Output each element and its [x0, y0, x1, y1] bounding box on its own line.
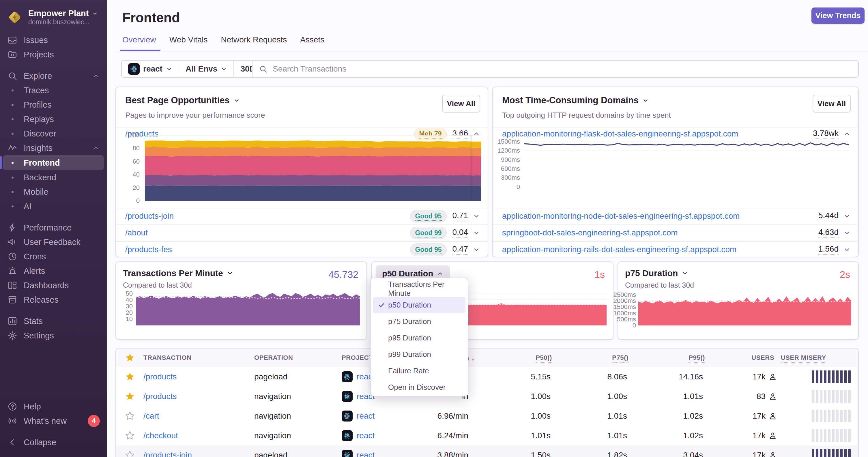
project-cell[interactable]: react — [342, 387, 375, 406]
sidebar-item-dashboards[interactable]: Dashboards — [0, 278, 107, 293]
sidebar-item-frontend[interactable]: Frontend — [3, 155, 104, 170]
column-header-user-misery[interactable]: USER MISERY — [781, 349, 826, 367]
menu-item-transactions-per-minute[interactable]: Transactions Per Minute — [371, 281, 468, 297]
transaction-link[interactable]: /products — [144, 367, 177, 387]
react-icon — [342, 430, 352, 441]
menu-item-p95-duration[interactable]: p95 Duration — [371, 330, 468, 346]
sidebar-item-projects[interactable]: Projects — [0, 47, 107, 62]
domain-link[interactable]: application-monitoring-node-dot-sales-en… — [502, 211, 818, 221]
domain-link[interactable]: application-monitoring-flask-dot-sales-e… — [502, 129, 813, 138]
domain-link[interactable]: application-monitoring-rails-dot-sales-e… — [502, 245, 818, 254]
sidebar-item-what-s-new[interactable]: What's new4 — [0, 414, 107, 428]
sidebar-item-discover[interactable]: Discover — [0, 126, 107, 141]
sidebar-item-help[interactable]: Help — [0, 399, 107, 414]
bullet-icon — [7, 162, 17, 164]
settings-icon — [7, 331, 17, 340]
column-header-users[interactable]: USERS — [751, 349, 774, 367]
column-header-star[interactable] — [125, 349, 135, 367]
sidebar-item-label: Projects — [24, 50, 100, 59]
time-consuming-domains-panel: Most Time-Consuming Domains Top outgoing… — [492, 87, 859, 257]
p75-title-dropdown[interactable]: p75 Duration — [625, 268, 688, 278]
chevron-down-icon[interactable] — [473, 213, 480, 220]
column-header-project[interactable]: PROJECT — [342, 349, 373, 367]
table-row: /productsnavigationreactin1.00s1.00s1.01… — [116, 387, 858, 406]
chevron-down-icon[interactable] — [843, 246, 851, 253]
react-icon — [342, 391, 352, 402]
sidebar-item-crons[interactable]: Crons — [0, 249, 107, 264]
column-header-p75-[interactable]: P75() — [612, 349, 628, 367]
star-outline-icon[interactable] — [125, 426, 135, 446]
menu-item-failure-rate[interactable]: Failure Rate — [371, 363, 468, 379]
search-input[interactable] — [272, 64, 852, 74]
sidebar-item-label: Settings — [24, 331, 100, 340]
column-header-operation[interactable]: OPERATION — [254, 349, 293, 367]
sidebar-item-user-feedback[interactable]: User Feedback — [0, 235, 107, 249]
chevron-down-icon[interactable] — [843, 213, 851, 220]
sidebar-item-traces[interactable]: Traces — [0, 83, 107, 98]
chevron-down-icon[interactable] — [473, 246, 480, 253]
domains-view-all-button[interactable]: View All — [813, 95, 851, 112]
sidebar-item-stats[interactable]: Stats — [0, 314, 107, 328]
sidebar-item-explore[interactable]: Explore — [0, 69, 107, 83]
chevron-down-icon[interactable] — [843, 229, 851, 236]
project-filter[interactable]: react — [122, 61, 179, 77]
user-misery-bars — [812, 367, 851, 387]
tab-web-vitals[interactable]: Web Vitals — [169, 35, 208, 52]
star-outline-icon[interactable] — [125, 406, 135, 426]
transaction-link[interactable]: /cart — [144, 406, 159, 426]
tab-network-requests[interactable]: Network Requests — [221, 35, 287, 52]
tpm-title-dropdown[interactable]: Transactions Per Minute — [123, 268, 234, 278]
project-filter-value: react — [143, 64, 162, 73]
transaction-link[interactable]: /about — [125, 228, 410, 237]
best-pages-view-all-button[interactable]: View All — [442, 95, 480, 112]
column-header-p50-[interactable]: P50() — [535, 349, 552, 367]
sidebar-item-settings[interactable]: Settings — [0, 328, 107, 343]
org-email: dominik.buszowiec... — [28, 18, 97, 26]
project-cell[interactable]: react — [342, 426, 375, 446]
column-header-transaction[interactable]: TRANSACTION — [144, 349, 192, 367]
p50-value: 1s — [594, 269, 605, 280]
sidebar-item-releases[interactable]: Releases — [0, 293, 107, 307]
project-cell[interactable]: react — [342, 446, 375, 457]
environment-filter[interactable]: All Envs — [179, 61, 234, 77]
sidebar-item-ai[interactable]: AI — [0, 199, 107, 214]
sidebar-item-mobile[interactable]: Mobile — [0, 185, 107, 199]
transactions-table: TRANSACTIONOPERATIONPROJECTTPM() ↓P50()P… — [116, 348, 859, 457]
domains-title-dropdown[interactable]: Most Time-Consuming Domains — [502, 95, 649, 106]
axis-tick-label: 1200ms — [483, 147, 520, 154]
menu-item-p99-duration[interactable]: p99 Duration — [371, 346, 468, 363]
project-cell[interactable]: react — [342, 406, 375, 426]
star-filled-icon[interactable] — [125, 367, 135, 387]
sidebar-item-issues[interactable]: Issues — [0, 33, 107, 47]
chevron-up-icon[interactable] — [843, 130, 851, 138]
sidebar-item-backend[interactable]: Backend — [0, 170, 107, 185]
domain-link[interactable]: springboot-dot-sales-engineering-sf.apps… — [502, 228, 818, 237]
star-filled-icon[interactable] — [125, 387, 135, 406]
chevron-down-icon[interactable] — [473, 229, 480, 236]
transaction-link[interactable]: /products-join — [144, 446, 192, 457]
transaction-link[interactable]: /products-join — [125, 211, 410, 221]
transaction-link[interactable]: /products-fes — [125, 245, 410, 254]
view-trends-button[interactable]: View Trends — [811, 7, 865, 24]
p75-value: 2s — [840, 269, 850, 280]
menu-item-p75-duration[interactable]: p75 Duration — [371, 313, 468, 330]
sidebar-item-label: Help — [24, 402, 100, 412]
sidebar-item-profiles[interactable]: Profiles — [0, 98, 107, 112]
sidebar-item-collapse[interactable]: Collapse — [0, 435, 107, 450]
transaction-link[interactable]: /products — [144, 387, 177, 406]
sidebar-item-alerts[interactable]: Alerts — [0, 264, 107, 278]
sidebar-item-insights[interactable]: Insights — [0, 141, 107, 155]
transaction-link[interactable]: /checkout — [144, 426, 178, 446]
tab-assets[interactable]: Assets — [300, 35, 324, 52]
org-switcher[interactable]: Empower Plant dominik.buszowiec... — [0, 0, 107, 30]
bullet-icon — [7, 90, 17, 92]
menu-item-open-in-discover[interactable]: Open in Discover — [371, 379, 468, 396]
column-header-p95-[interactable]: P95() — [688, 349, 705, 367]
project-cell[interactable]: react — [342, 367, 375, 387]
sidebar-item-performance[interactable]: Performance — [0, 221, 107, 235]
menu-item-p50-duration[interactable]: p50 Duration — [373, 297, 465, 313]
star-outline-icon[interactable] — [125, 446, 135, 457]
best-pages-title-dropdown[interactable]: Best Page Opportunities — [125, 95, 240, 106]
sidebar-item-replays[interactable]: Replays — [0, 112, 107, 126]
star-icon[interactable] — [125, 353, 135, 363]
